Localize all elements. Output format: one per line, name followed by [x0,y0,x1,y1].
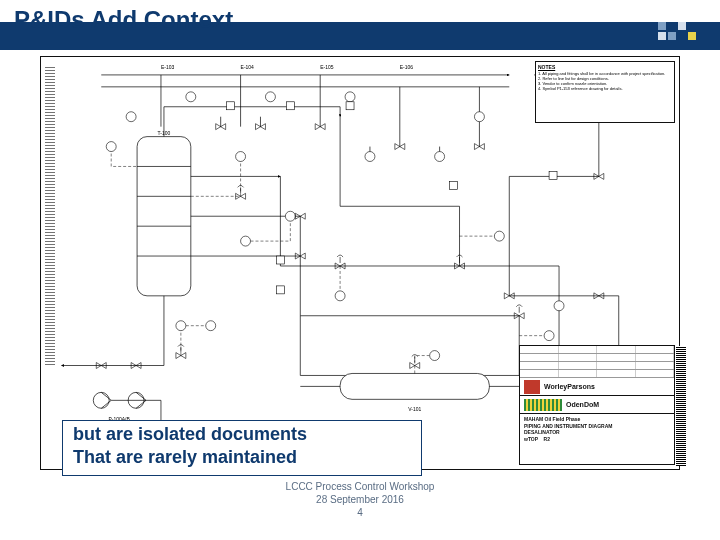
footer-line1: LCCC Process Control Workshop [0,480,720,493]
title-bar: P&IDs Add Context [0,0,720,50]
footer-line2: 28 September 2016 [0,493,720,506]
company-b-name: OdenDoM [566,401,599,408]
callout-line1: but are isolated documents [73,423,411,446]
slide-body: T-100 V-101 P-100A/B P-101A/B E-103 E-10… [0,50,720,510]
svg-rect-2 [340,373,489,399]
svg-rect-7 [227,102,235,110]
drum-tag: V-101 [408,407,421,412]
page-number: 4 [0,506,720,519]
doc-no: wTOP [524,436,538,442]
notes-item: 1. All piping and fittings shall be in a… [538,71,672,76]
barcode-icon [676,346,686,466]
tower-tag: T-100 [158,131,171,136]
slide-footer: LCCC Process Control Workshop 28 Septemb… [0,480,720,506]
svg-rect-1 [137,137,191,296]
company-a-name: WorleyParsons [544,383,595,390]
svg-rect-8 [286,102,294,110]
hdr-tag-4: E-106 [400,65,413,70]
svg-rect-9 [346,102,354,110]
hdr-tag-1: E-103 [161,65,174,70]
notes-box: NOTES 1. All piping and fittings shall b… [535,61,675,123]
callout-box: but are isolated documents That are rare… [62,420,422,476]
decor-squares [648,22,706,40]
title-block: WorleyParsons OdenDoM MAHAM Oil Field Ph… [519,345,675,465]
hdr-tag-2: E-104 [241,65,254,70]
svg-rect-12 [450,181,458,189]
rev: R2 [544,436,550,442]
svg-point-3 [93,392,109,408]
svg-rect-13 [549,171,557,179]
notes-item: 4. Symbol P1-153 reference drawing for d… [538,86,672,91]
callout-line2: That are rarely maintained [73,446,411,469]
slide-title: P&IDs Add Context [14,6,233,34]
company-a-logo-icon [524,380,540,394]
svg-rect-11 [276,286,284,294]
company-b-logo-icon [524,399,562,411]
svg-rect-10 [276,256,284,264]
hdr-tag-3: E-105 [320,65,333,70]
pid-diagram: T-100 V-101 P-100A/B P-101A/B E-103 E-10… [40,56,680,470]
